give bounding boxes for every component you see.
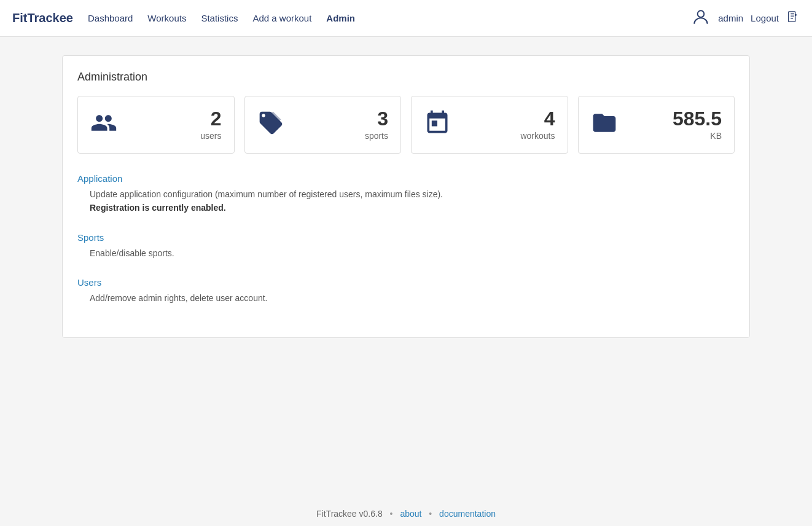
navbar-right: admin Logout — [691, 7, 800, 29]
admin-panel: Administration 2 users — [62, 55, 750, 338]
footer-dot-2: • — [429, 509, 432, 519]
docs-icon — [786, 10, 800, 26]
navbar-left: FitTrackee Dashboard Workouts Statistics… — [12, 10, 355, 26]
section-text-application: Update application configuration (maximu… — [90, 187, 735, 215]
panel-title: Administration — [77, 71, 735, 84]
folder-icon — [591, 109, 618, 140]
svg-rect-1 — [789, 11, 795, 22]
stat-label-kb: KB — [673, 131, 722, 141]
main-content: Administration 2 users — [50, 55, 762, 338]
user-avatar-icon — [691, 7, 711, 29]
navbar: FitTrackee Dashboard Workouts Statistics… — [0, 0, 812, 37]
nav-link-dashboard[interactable]: Dashboard — [88, 10, 133, 26]
footer-about-link[interactable]: about — [400, 509, 421, 519]
stat-number-users: 2 — [200, 109, 221, 128]
stat-label-sports: sports — [365, 131, 388, 141]
stat-label-users: users — [200, 131, 221, 141]
calendar-icon — [424, 109, 451, 140]
users-icon — [90, 109, 117, 140]
stat-number-sports: 3 — [365, 109, 388, 128]
nav-link-statistics[interactable]: Statistics — [201, 10, 238, 26]
stat-info-users: 2 users — [200, 109, 221, 141]
section-sports: Sports Enable/disable sports. — [77, 232, 735, 260]
stat-card-kb: 585.5 KB — [578, 96, 735, 154]
stat-card-users: 2 users — [77, 96, 235, 154]
nav-link-admin[interactable]: Admin — [326, 10, 355, 26]
footer: FitTrackee v0.6.8 • about • documentatio… — [0, 501, 812, 526]
stat-info-sports: 3 sports — [365, 109, 388, 141]
nav-link-workouts[interactable]: Workouts — [147, 10, 186, 26]
stat-info-workouts: 4 workouts — [520, 109, 555, 141]
tags-icon — [257, 109, 284, 140]
stat-number-workouts: 4 — [520, 109, 555, 128]
section-text-sports: Enable/disable sports. — [90, 246, 735, 260]
footer-documentation-link[interactable]: documentation — [439, 509, 496, 519]
nav-user-link[interactable]: admin — [718, 13, 743, 23]
section-users: Users Add/remove admin rights, delete us… — [77, 277, 735, 305]
stat-info-kb: 585.5 KB — [673, 109, 722, 141]
footer-version: v0.6.8 — [359, 509, 383, 519]
section-title-users[interactable]: Users — [77, 277, 101, 288]
stat-card-sports: 3 sports — [244, 96, 402, 154]
footer-dot-1: • — [390, 509, 393, 519]
stat-label-workouts: workouts — [520, 131, 555, 141]
stats-row: 2 users 3 sports — [77, 96, 735, 154]
stat-number-kb: 585.5 — [673, 109, 722, 128]
nav-logout-link[interactable]: Logout — [751, 13, 779, 23]
section-title-application[interactable]: Application — [77, 173, 122, 184]
section-application: Application Update application configura… — [77, 173, 735, 215]
section-text-users: Add/remove admin rights, delete user acc… — [90, 291, 735, 305]
section-title-sports[interactable]: Sports — [77, 232, 104, 243]
footer-brand: FitTrackee — [316, 509, 357, 519]
navbar-brand[interactable]: FitTrackee — [12, 11, 73, 25]
svg-point-0 — [698, 10, 705, 17]
stat-card-workouts: 4 workouts — [411, 96, 568, 154]
nav-link-add-workout[interactable]: Add a workout — [252, 10, 311, 26]
